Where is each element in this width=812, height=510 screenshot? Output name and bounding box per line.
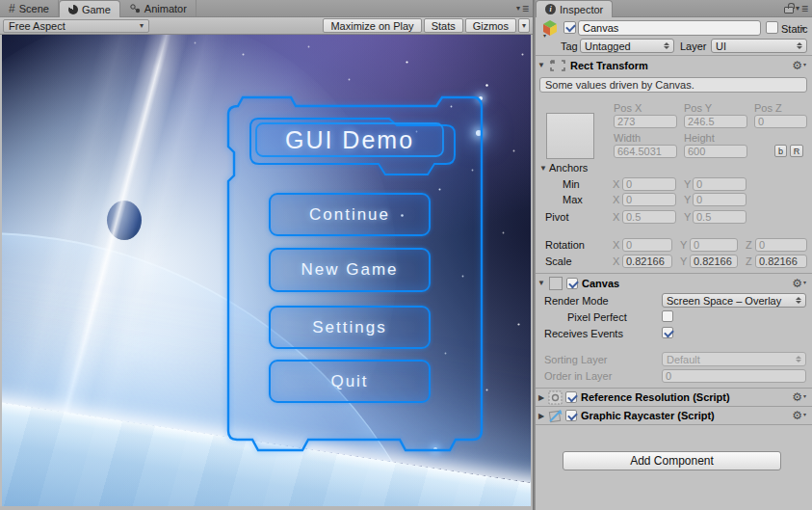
sorting-layer-value: Default xyxy=(667,354,793,365)
layer-value: UI xyxy=(716,40,794,52)
pivot-x-field[interactable]: 0.5 xyxy=(622,210,676,224)
anchor-preview-box xyxy=(546,113,594,159)
canvas-foldout-icon[interactable]: ▼ xyxy=(536,279,547,287)
tag-dropdown[interactable]: Untagged xyxy=(580,39,674,53)
rotation-x-field[interactable]: 0 xyxy=(622,238,672,252)
pos-z-label: Pos Z xyxy=(754,102,782,114)
anchor-min-label: Min xyxy=(563,178,580,190)
tab-scene[interactable]: # Scene xyxy=(0,0,59,16)
layer-dropdown[interactable]: UI xyxy=(711,39,807,53)
inspector-tabbar: i Inspector ▾ ≡ xyxy=(536,0,812,17)
tab-scene-label: Scene xyxy=(19,2,49,14)
gear-icon: ⚙ xyxy=(792,60,802,71)
canvas-icon xyxy=(549,277,563,290)
anchor-max-label: Max xyxy=(563,194,583,205)
graphic-raycaster-enabled-checkbox[interactable] xyxy=(565,410,577,421)
graphic-raycaster-icon xyxy=(548,409,563,423)
rect-transform-foldout-icon[interactable]: ▼ xyxy=(536,61,547,69)
scale-y-field[interactable]: 0.82166 xyxy=(690,255,738,268)
pos-z-field[interactable]: 0 xyxy=(754,115,807,128)
rotation-y-field[interactable]: 0 xyxy=(690,238,738,252)
stats-label: Stats xyxy=(432,20,456,32)
scene-grid-icon: # xyxy=(9,3,15,14)
anchor-max-y-field[interactable]: 0 xyxy=(693,193,747,206)
reference-resolution-foldout-icon[interactable]: ▶ xyxy=(536,393,547,402)
canvas-component: ▼ Canvas ⚙▾ Render Mode Screen Space – O… xyxy=(536,274,812,388)
gear-caret-icon: ▾ xyxy=(803,411,806,417)
axis-y-label: Y xyxy=(680,255,687,267)
pixel-perfect-checkbox[interactable] xyxy=(662,310,673,322)
rect-transform-gear[interactable]: ⚙▾ xyxy=(792,60,812,71)
render-mode-dropdown[interactable]: Screen Space – Overlay xyxy=(662,293,806,308)
reference-resolution-enabled-checkbox[interactable] xyxy=(565,391,577,403)
tag-value: Untagged xyxy=(585,40,661,52)
render-mode-arrows-icon xyxy=(796,297,801,304)
receives-events-checkbox[interactable] xyxy=(662,327,673,338)
graphic-raycaster-foldout-icon[interactable]: ▶ xyxy=(536,412,547,420)
canvas-title: Canvas xyxy=(582,278,619,289)
gameobject-name-field[interactable] xyxy=(578,20,761,36)
game-toolbar: Free Aspect ▾ Maximize on Play Stats Giz… xyxy=(0,17,533,35)
rect-transform-title: Rect Transform xyxy=(570,60,648,71)
menu-button-settings[interactable]: Settings xyxy=(269,306,431,349)
inspector-caret-icon[interactable]: ▾ xyxy=(796,5,799,13)
static-checkbox[interactable] xyxy=(766,21,778,34)
height-label: Height xyxy=(684,132,715,144)
graphic-raycaster-gear[interactable]: ⚙▾ xyxy=(792,410,812,421)
height-field[interactable]: 600 xyxy=(684,145,747,158)
axis-y-label: Y xyxy=(684,194,691,205)
panel-caret-icon: ▾ xyxy=(516,5,520,13)
width-field[interactable]: 664.5031 xyxy=(614,145,677,158)
inspector-hamburger-icon[interactable]: ≡ xyxy=(801,3,808,14)
anchors-foldout-icon[interactable]: ▼ xyxy=(537,164,549,173)
game-panel-menu[interactable]: ▾ ≡ xyxy=(516,0,533,16)
blueprint-mode-button[interactable]: b xyxy=(774,145,787,157)
gizmos-button[interactable]: Gizmos xyxy=(465,18,516,33)
rect-transform-component: ▼ Rect Transform ⚙▾ Some values driven b… xyxy=(536,56,812,273)
scale-z-field[interactable]: 0.82166 xyxy=(755,255,807,268)
rotation-z-field[interactable]: 0 xyxy=(755,238,807,252)
raw-edit-mode-button[interactable]: R xyxy=(790,145,803,157)
menu-button-quit[interactable]: Quit xyxy=(269,360,431,403)
tag-dropdown-arrows-icon xyxy=(664,42,669,49)
gizmos-label: Gizmos xyxy=(473,20,509,32)
canvas-enabled-checkbox[interactable] xyxy=(566,278,578,289)
lock-icon[interactable] xyxy=(784,7,794,13)
pos-y-field[interactable]: 246.5 xyxy=(684,115,747,128)
pixel-perfect-label: Pixel Perfect xyxy=(567,311,627,323)
tab-game[interactable]: Game xyxy=(59,0,120,17)
render-mode-label: Render Mode xyxy=(544,295,609,307)
pivot-y-field[interactable]: 0.5 xyxy=(693,210,747,224)
aspect-dropdown[interactable]: Free Aspect ▾ xyxy=(3,19,149,33)
canvas-header[interactable]: ▼ Canvas ⚙▾ xyxy=(536,274,812,292)
axis-x-label: X xyxy=(613,239,619,251)
rect-transform-header[interactable]: ▼ Rect Transform ⚙▾ xyxy=(536,56,812,74)
scale-x-field[interactable]: 0.82166 xyxy=(622,255,672,268)
axis-y-label: Y xyxy=(684,178,691,190)
tab-animator[interactable]: Animator xyxy=(120,0,196,16)
stats-button[interactable]: Stats xyxy=(424,18,463,33)
static-caret-icon[interactable]: ▾ xyxy=(801,25,805,33)
maximize-on-play-button[interactable]: Maximize on Play xyxy=(323,18,421,33)
tab-inspector[interactable]: i Inspector xyxy=(536,0,613,17)
rotation-label: Rotation xyxy=(545,239,585,251)
gear-icon: ⚙ xyxy=(792,391,802,403)
menu-button-continue[interactable]: Continue xyxy=(269,193,431,236)
reference-resolution-header[interactable]: ▶ Reference Resolution (Script) ⚙▾ xyxy=(536,389,812,406)
anchor-min-y-field[interactable]: 0 xyxy=(693,177,747,191)
aspect-caret-icon: ▾ xyxy=(140,22,144,30)
graphic-raycaster-header[interactable]: ▶ Graphic Raycaster (Script) ⚙▾ xyxy=(536,407,812,424)
sorting-layer-dropdown: Default xyxy=(662,352,806,366)
driven-values-helpbox: Some values driven by Canvas. xyxy=(539,77,807,93)
menu-button-new-game[interactable]: New Game xyxy=(269,248,431,292)
canvas-gear[interactable]: ⚙▾ xyxy=(792,278,812,289)
pos-x-field[interactable]: 273 xyxy=(614,115,677,128)
add-component-button[interactable]: Add Component xyxy=(563,451,781,470)
gear-caret-icon: ▾ xyxy=(803,279,806,285)
anchor-max-x-field[interactable]: 0 xyxy=(622,193,676,206)
gizmos-dropdown-arrow[interactable]: ▾ xyxy=(518,18,530,33)
anchor-min-x-field[interactable]: 0 xyxy=(622,177,676,191)
sorting-layer-arrows-icon xyxy=(796,356,801,362)
order-in-layer-label: Order in Layer xyxy=(544,370,612,382)
reference-resolution-gear[interactable]: ⚙▾ xyxy=(792,391,812,403)
